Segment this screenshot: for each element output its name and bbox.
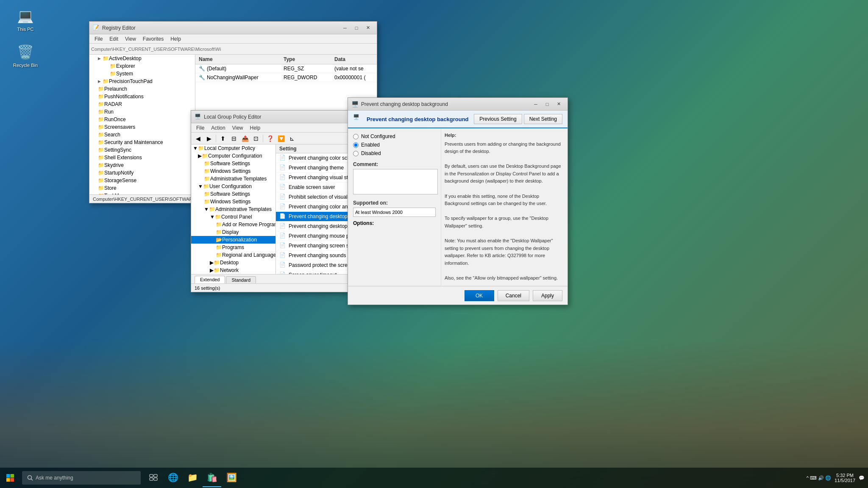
gpe-tab-extended[interactable]: Extended [195, 276, 225, 283]
reg-tree-item-system[interactable]: 📁 System [89, 70, 195, 78]
taskbar-app-photos[interactable]: 🖼️ [222, 469, 241, 487]
gpe-setting-icon-5: 📄 [279, 194, 286, 200]
policy-radio-disabled[interactable]: Disabled [353, 150, 436, 156]
policy-dialog-titlebar[interactable]: 🖥️ Prevent changing desktop background ─… [348, 98, 568, 111]
gpe-tree-local-policy[interactable]: ▼ 📁 Local Computer Policy [191, 144, 275, 152]
gpe-tree-user-admin-templates[interactable]: ▼ 📁 Administrative Templates [191, 205, 275, 213]
policy-dialog-maximize[interactable]: □ [542, 100, 553, 108]
reg-tree-item-search[interactable]: 📁 Search [89, 131, 195, 139]
policy-radio-notconfigured[interactable]: Not Configured [353, 133, 436, 139]
reg-tree-item-shellextensions[interactable]: 📁 Shell Extensions [89, 154, 195, 161]
desktop-icon-recycle-bin[interactable]: 🗑️ Recycle Bin [8, 42, 42, 69]
gpe-tree-desktop[interactable]: ▶ 📁 Desktop [191, 259, 275, 266]
registry-value-nochangingwallpaper[interactable]: 🔧NoChangingWallPaper REG_DWORD 0x0000000… [195, 73, 377, 82]
gpe-setting-icon-2: 📄 [279, 164, 286, 171]
gpe-setting-icon-12: 📄 [279, 262, 286, 269]
gpe-toolbar-up[interactable]: ⬆ [218, 134, 228, 143]
registry-editor-close[interactable]: ✕ [362, 24, 373, 32]
reg-tree-item-explorer[interactable]: 📁 Explorer [89, 62, 195, 70]
policy-apply-button[interactable]: Apply [533, 290, 562, 301]
reg-tree-item-runonce[interactable]: 📁 RunOnce [89, 116, 195, 123]
gpe-tree[interactable]: ▼ 📁 Local Computer Policy ▶ 📁 Computer C… [191, 144, 276, 274]
policy-ok-button[interactable]: OK [465, 290, 494, 301]
registry-editor-minimize[interactable]: ─ [339, 24, 351, 32]
reg-tree-item-startupnotify[interactable]: 📁 StartupNotify [89, 169, 195, 177]
registry-menu-favorites[interactable]: Favorites [139, 35, 167, 43]
policy-dialog-footer: OK Cancel Apply [348, 286, 568, 305]
taskbar-action-center[interactable]: 💬 [859, 475, 865, 481]
reg-tree-item-radar[interactable]: 📁 RADAR [89, 100, 195, 108]
reg-tree-item-pushnotifications[interactable]: 📁 PushNotifications [89, 93, 195, 100]
policy-comment-input[interactable] [353, 169, 438, 194]
policy-radio-enabled[interactable]: Enabled [353, 142, 436, 148]
gpe-tree-user-win-settings[interactable]: 📁 Windows Settings [191, 198, 275, 205]
taskbar-app-edge[interactable]: 🌐 [164, 469, 182, 487]
desktop: 💻 This PC 🗑️ Recycle Bin 📝 Registry Edit… [0, 0, 868, 488]
gpe-tree-control-panel[interactable]: ▼ 📁 Control Panel [191, 213, 275, 221]
taskbar-app-taskview[interactable] [144, 469, 163, 487]
gpe-toolbar-forward[interactable]: ▶ [204, 134, 214, 143]
policy-radio-disabled-input[interactable] [353, 151, 359, 156]
registry-menu-edit[interactable]: Edit [106, 35, 122, 43]
reg-tree-item-run[interactable]: 📁 Run [89, 108, 195, 116]
gpe-menu-help[interactable]: Help [247, 124, 264, 132]
gpe-tree-display[interactable]: 📁 Display [191, 228, 275, 236]
gpe-toolbar-properties[interactable]: ⊡ [251, 134, 261, 143]
taskbar-apps: 🌐 📁 🛍️ 🖼️ [144, 469, 241, 487]
gpe-tree-win-settings[interactable]: 📁 Windows Settings [191, 167, 275, 175]
gpe-toolbar-help[interactable]: ❓ [265, 134, 275, 143]
gpe-tree-regional[interactable]: 📁 Regional and Language [191, 251, 275, 259]
reg-tree-item-security[interactable]: 📁 Security and Maintenance [89, 139, 195, 146]
gpe-tree-programs[interactable]: 📁 Programs [191, 244, 275, 251]
reg-tree-item-precisiontouchpad[interactable]: ▶📁 PrecisionTouchPad [89, 78, 195, 85]
reg-tree-item-settingsync[interactable]: 📁 SettingSync [89, 146, 195, 154]
gpe-tree-add-remove[interactable]: 📁 Add or Remove Programs [191, 221, 275, 228]
gpe-toolbar-filter2[interactable]: ⊾ [287, 134, 297, 143]
reg-tree-item-store[interactable]: 📁 Store [89, 184, 195, 192]
registry-menu-help[interactable]: Help [167, 35, 184, 43]
policy-radio-group: Not Configured Enabled Disabled [353, 133, 436, 156]
gpe-tree-sw-settings[interactable]: 📁 Software Settings [191, 160, 275, 167]
registry-tree[interactable]: ▶📁 ActiveDesktop 📁 Explorer 📁 System ▶📁 … [89, 55, 195, 194]
policy-dialog-header-icon: 🖥️ [353, 114, 363, 124]
svg-rect-0 [6, 474, 10, 478]
reg-tree-item-skydrive[interactable]: 📁 Skydrive [89, 161, 195, 169]
gpe-toolbar-filter[interactable]: 🔽 [276, 134, 286, 143]
policy-radio-enabled-input[interactable] [353, 142, 359, 148]
taskbar-search-bar[interactable]: Ask me anything [22, 471, 141, 485]
gpe-toolbar-export[interactable]: 📤 [240, 134, 250, 143]
taskbar-app-explorer[interactable]: 📁 [183, 469, 202, 487]
policy-dialog-minimize[interactable]: ─ [530, 100, 541, 108]
registry-editor-maximize[interactable]: □ [351, 24, 362, 32]
gpe-tree-network[interactable]: ▶ 📁 Network [191, 266, 275, 274]
policy-next-button[interactable]: Next Setting [524, 114, 562, 124]
policy-prev-button[interactable]: Previous Setting [474, 114, 522, 124]
registry-value-default[interactable]: 🔧(Default) REG_SZ (value not se [195, 64, 377, 73]
gpe-tree-user-sw-settings[interactable]: 📁 Software Settings [191, 190, 275, 198]
policy-radio-notconfigured-input[interactable] [353, 134, 359, 139]
taskbar-app-store[interactable]: 🛍️ [203, 469, 221, 487]
reg-tree-item-storagesense[interactable]: 📁 StorageSense [89, 177, 195, 184]
gpe-toolbar-back[interactable]: ◀ [193, 134, 203, 143]
policy-dialog-close[interactable]: ✕ [553, 100, 564, 108]
gpe-menu-action[interactable]: Action [208, 124, 228, 132]
gpe-toolbar-show-hide[interactable]: ⊟ [229, 134, 239, 143]
registry-menu-file[interactable]: File [91, 35, 106, 43]
gpe-tree-user-config[interactable]: ▼ 📁 User Configuration [191, 183, 275, 190]
taskbar-start-button[interactable] [0, 468, 20, 488]
reg-tree-item-screensavers[interactable]: 📁 Screensavers [89, 123, 195, 131]
reg-tree-item-activedesktop[interactable]: ▶📁 ActiveDesktop [89, 55, 195, 62]
registry-editor-icon: 📝 [93, 25, 100, 31]
gpe-tab-standard[interactable]: Standard [226, 276, 256, 283]
policy-cancel-button[interactable]: Cancel [498, 290, 529, 301]
gpe-menu-file[interactable]: File [193, 124, 208, 132]
gpe-tree-computer-config[interactable]: ▶ 📁 Computer Configuration [191, 152, 275, 160]
reg-tree-item-prelaunch[interactable]: 📁 Prelaunch [89, 85, 195, 93]
gpe-menu-view[interactable]: View [229, 124, 247, 132]
gpe-tree-admin-templates-1[interactable]: 📁 Administrative Templates [191, 175, 275, 183]
gpe-tree-personalization[interactable]: 📂 Personalization [191, 236, 275, 244]
policy-dialog-header: 🖥️ Prevent changing desktop background P… [348, 111, 568, 128]
registry-editor-titlebar[interactable]: 📝 Registry Editor ─ □ ✕ [89, 22, 377, 34]
desktop-icon-this-pc[interactable]: 💻 This PC [8, 6, 42, 33]
registry-menu-view[interactable]: View [122, 35, 139, 43]
